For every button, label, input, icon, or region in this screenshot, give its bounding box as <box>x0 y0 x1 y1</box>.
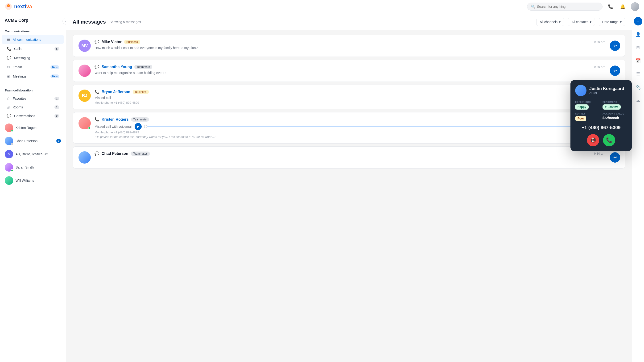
message-card-mike-victor[interactable]: MV 💬 Mike Victor Business 9:30 am How mu… <box>72 35 625 57</box>
sidebar-header: ACME Corp <box>0 13 66 26</box>
logo[interactable]: nextiva <box>5 3 32 10</box>
navbar: nextiva 🔍 📞 🔔 <box>0 0 644 13</box>
right-sidebar: + 👤 ⊞ 📅 ☰ 📎 ☁ <box>632 13 644 362</box>
cloud-icon[interactable]: ☁ <box>634 96 642 105</box>
msg-text-samantha-young: Want to help me organize a team building… <box>94 70 619 76</box>
experience-stat: EXPERIENCE Happy <box>575 101 600 110</box>
nextiva-logo-icon <box>5 3 12 10</box>
msg-body-bryan-jefferson: 📞 Bryan Jefferson Business Missed call M… <box>94 90 619 104</box>
msg-tag-samantha-young: Teammate <box>134 65 152 69</box>
brand-name: nextiva <box>14 4 32 10</box>
online-indicator <box>11 130 13 132</box>
person-icon[interactable]: 👤 <box>634 30 642 39</box>
sidebar-item-messaging[interactable]: 💬 Messaging <box>2 53 64 62</box>
date-filter[interactable]: Date range ▾ <box>599 18 625 26</box>
conv-item-will-williams[interactable]: Will Williams <box>0 174 66 187</box>
search-icon: 🔍 <box>531 5 535 8</box>
bell-icon[interactable]: 🔔 <box>618 2 627 11</box>
msg-tag-bryan-jefferson: Business <box>133 90 149 94</box>
conv-item-alli-group[interactable]: 5 Alli, Brent, Jessica, +3 <box>0 148 66 161</box>
sidebar-item-calls[interactable]: 📞 Calls 5 <box>2 44 64 53</box>
avatar-samantha-young <box>78 64 91 77</box>
sentiment-stat: SENTIMENT ♥ Positive <box>602 101 627 110</box>
communications-label: Communications <box>0 26 66 35</box>
avatar-mike-victor: MV <box>78 40 91 52</box>
rooms-badge: 1 <box>54 105 59 109</box>
survey-value: Poor <box>575 116 586 121</box>
sidebar-item-meetings[interactable]: ▣ Meetings New <box>2 72 64 81</box>
reply-button-samantha-young[interactable]: ↩ <box>610 66 620 76</box>
reply-button-mike-victor[interactable]: ↩ <box>610 40 620 51</box>
experience-label: EXPERIENCE <box>575 101 600 104</box>
search-bar[interactable]: 🔍 <box>527 2 602 10</box>
msg-tag-kristen-rogers: Teammate <box>131 117 149 122</box>
phone-channel-icon-2: 📞 <box>94 117 99 122</box>
paperclip-icon[interactable]: 📎 <box>634 83 642 92</box>
msg-quote-kristen: "Hi, please let me know if this Thursday… <box>94 135 619 138</box>
play-button[interactable]: ▶ <box>134 123 142 130</box>
sidebar-item-all-communications[interactable]: ☰ All communications <box>2 35 64 44</box>
grid-icon[interactable]: ⊞ <box>634 43 642 52</box>
messages-list: MV 💬 Mike Victor Business 9:30 am How mu… <box>66 30 632 173</box>
account-value-stat: ACCOUNT VALUE $22/month <box>602 112 627 121</box>
calendar-icon[interactable]: 📅 <box>634 56 642 65</box>
user-avatar[interactable] <box>631 2 639 11</box>
conv-item-kristen-rogers[interactable]: Kristen Rogers <box>0 121 66 134</box>
msg-name-chad-peterson: Chad Peterson <box>102 152 128 156</box>
answer-call-button[interactable]: 📞 <box>603 134 615 146</box>
message-card-kristen-rogers[interactable]: 📞 Kristen Rogers Teammate Missed call wi… <box>72 112 625 144</box>
voicemail-row: Missed call with voicemail ▶ 15 sec <box>94 123 619 130</box>
meetings-label: Meetings <box>13 74 48 78</box>
reply-button-chad-peterson[interactable]: ↩ <box>610 152 620 162</box>
conv-name-will: Will Williams <box>16 179 61 182</box>
sidebar-item-favorites[interactable]: ☆ Favorites 1 <box>2 94 64 103</box>
call-stats: EXPERIENCE Happy SENTIMENT ♥ Positive SU… <box>575 101 627 121</box>
conv-item-chad-peterson[interactable]: Chad Peterson 2 <box>0 134 66 148</box>
message-card-samantha-young[interactable]: 💬 Samantha Young Teammate 9:30 am Want t… <box>72 60 625 82</box>
experience-value: Happy <box>575 104 588 110</box>
msg-tag-chad-peterson: Teammates <box>130 152 150 156</box>
phone-icon[interactable]: 📞 <box>606 2 615 11</box>
conv-item-sarah-smith[interactable]: Sarah Smith <box>0 161 66 174</box>
meetings-icon: ▣ <box>6 74 10 78</box>
favorites-label: Favorites <box>13 97 52 100</box>
date-filter-label: Date range <box>602 20 618 24</box>
sidebar-conversations-header[interactable]: 💬 Conversations 2 <box>2 112 64 120</box>
heart-icon: ♥ <box>605 105 606 109</box>
online-indicator-sarah <box>11 169 13 172</box>
contacts-filter[interactable]: All contacts ▾ <box>568 18 595 26</box>
message-card-bryan-jefferson[interactable]: BJ 📞 Bryan Jefferson Business Missed cal… <box>72 84 625 109</box>
account-value: $22/month <box>602 116 627 120</box>
emails-icon: ✉ <box>6 65 10 69</box>
main-header: All messages Showing 5 messages All chan… <box>66 13 632 30</box>
message-count: Showing 5 messages <box>110 20 141 24</box>
call-panel: Justin Korsgaard ACME EXPERIENCE Happy S… <box>570 80 632 151</box>
calls-icon: 📞 <box>6 46 11 51</box>
msg-name-mike-victor: Mike Victor <box>102 40 122 44</box>
conv-name-kristen: Kristen Rogers <box>16 126 61 130</box>
list-icon[interactable]: ☰ <box>634 70 642 78</box>
msg-top: 📞 Kristen Rogers Teammate <box>94 117 619 122</box>
sidebar: ACME Corp ‹ Communications ☰ All communi… <box>0 13 66 362</box>
add-button[interactable]: + <box>634 17 642 26</box>
chat-channel-icon-3: 💬 <box>94 151 99 156</box>
sidebar-item-emails[interactable]: ✉ Emails New <box>2 62 64 72</box>
msg-body-chad-peterson: 💬 Chad Peterson Teammates 9:30 am <box>94 151 619 157</box>
favorites-badge: 1 <box>54 97 59 100</box>
divider <box>5 83 61 83</box>
conv-name-alli: Alli, Brent, Jessica, +3 <box>16 152 61 156</box>
voicemail-progress[interactable] <box>144 126 608 127</box>
all-comms-icon: ☰ <box>6 37 10 42</box>
channels-filter[interactable]: All channels ▾ <box>536 18 564 26</box>
msg-text2-kristen: Mobile phone +1 (480) 899-4899 <box>94 130 619 134</box>
sidebar-item-rooms[interactable]: ⊞ Rooms 1 <box>2 103 64 112</box>
call-contact: Justin Korsgaard ACME <box>575 85 627 96</box>
channels-filter-label: All channels <box>540 20 558 24</box>
contacts-chevron-icon: ▾ <box>590 20 592 24</box>
all-comms-label: All communications <box>13 38 59 42</box>
message-card-chad-peterson[interactable]: 💬 Chad Peterson Teammates 9:30 am ↩ <box>72 146 625 168</box>
end-call-button[interactable]: 📵 <box>587 134 599 146</box>
msg-tag-mike-victor: Business <box>124 40 140 44</box>
msg-text-bryan-jefferson: Missed call <box>94 96 619 100</box>
search-input[interactable] <box>537 5 598 8</box>
